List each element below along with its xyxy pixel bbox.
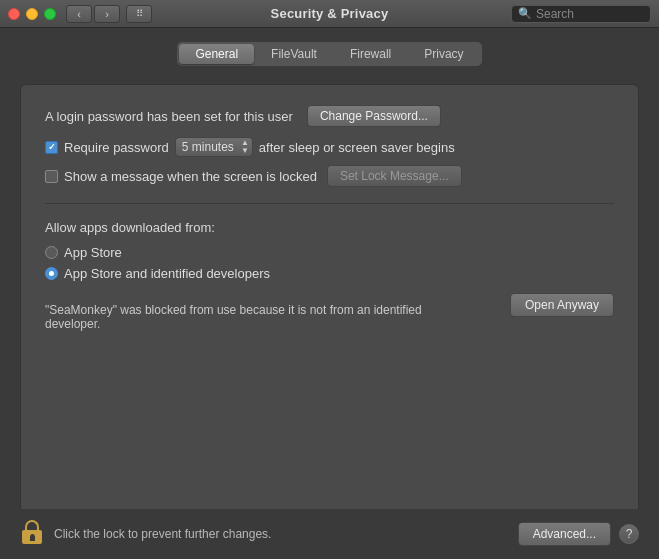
tabs-container: General FileVault Firewall Privacy bbox=[20, 42, 639, 66]
main-content: General FileVault Firewall Privacy A log… bbox=[0, 28, 659, 524]
minimize-button[interactable] bbox=[26, 8, 38, 20]
lock-icon[interactable] bbox=[20, 520, 44, 548]
dropdown-value: 5 minutes bbox=[182, 140, 234, 154]
traffic-lights bbox=[8, 8, 56, 20]
blocked-message: "SeaMonkey" was blocked from use because… bbox=[45, 303, 465, 331]
search-icon: 🔍 bbox=[518, 7, 532, 20]
tab-firewall[interactable]: Firewall bbox=[334, 44, 407, 64]
grid-button[interactable]: ⠿ bbox=[126, 5, 152, 23]
search-bar[interactable]: 🔍 Search bbox=[511, 5, 651, 23]
titlebar: ‹ › ⠿ Security & Privacy 🔍 Search bbox=[0, 0, 659, 28]
require-password-dropdown[interactable]: 5 minutes ▲▼ bbox=[175, 137, 253, 157]
radio-app-store[interactable] bbox=[45, 246, 58, 259]
search-placeholder-text: Search bbox=[536, 7, 574, 21]
back-button[interactable]: ‹ bbox=[66, 5, 92, 23]
bottom-bar: Click the lock to prevent further change… bbox=[0, 509, 659, 559]
forward-button[interactable]: › bbox=[94, 5, 120, 23]
lock-shackle bbox=[25, 520, 39, 530]
show-message-label: Show a message when the screen is locked bbox=[64, 169, 317, 184]
settings-panel: A login password has been set for this u… bbox=[20, 84, 639, 514]
radio-app-store-identified-row: App Store and identified developers bbox=[45, 266, 614, 281]
nav-buttons: ‹ › bbox=[66, 5, 120, 23]
tabs: General FileVault Firewall Privacy bbox=[177, 42, 481, 66]
tab-privacy[interactable]: Privacy bbox=[408, 44, 479, 64]
tab-filevault[interactable]: FileVault bbox=[255, 44, 333, 64]
require-password-checkbox[interactable] bbox=[45, 141, 58, 154]
require-password-label: Require password bbox=[64, 140, 169, 155]
radio-app-store-row: App Store bbox=[45, 245, 614, 260]
require-password-suffix: after sleep or screen saver begins bbox=[259, 140, 455, 155]
maximize-button[interactable] bbox=[44, 8, 56, 20]
login-password-label: A login password has been set for this u… bbox=[45, 109, 293, 124]
divider bbox=[45, 203, 614, 204]
allow-apps-label: Allow apps downloaded from: bbox=[45, 220, 614, 235]
open-anyway-button[interactable]: Open Anyway bbox=[510, 293, 614, 317]
change-password-button[interactable]: Change Password... bbox=[307, 105, 441, 127]
lock-keyhole bbox=[30, 534, 35, 541]
login-password-row: A login password has been set for this u… bbox=[45, 105, 614, 127]
dropdown-arrows: ▲▼ bbox=[241, 139, 249, 155]
require-password-row: Require password 5 minutes ▲▼ after slee… bbox=[45, 137, 614, 157]
radio-app-store-label: App Store bbox=[64, 245, 122, 260]
radio-app-store-identified-label: App Store and identified developers bbox=[64, 266, 270, 281]
bottom-right-buttons: Advanced... ? bbox=[518, 522, 639, 546]
set-lock-message-button[interactable]: Set Lock Message... bbox=[327, 165, 462, 187]
radio-app-store-identified[interactable] bbox=[45, 267, 58, 280]
advanced-button[interactable]: Advanced... bbox=[518, 522, 611, 546]
close-button[interactable] bbox=[8, 8, 20, 20]
lock-body bbox=[22, 530, 42, 544]
help-button[interactable]: ? bbox=[619, 524, 639, 544]
show-message-row: Show a message when the screen is locked… bbox=[45, 165, 614, 187]
window-title: Security & Privacy bbox=[271, 6, 389, 21]
tab-general[interactable]: General bbox=[179, 44, 254, 64]
blocked-row: "SeaMonkey" was blocked from use because… bbox=[45, 293, 614, 331]
lock-text: Click the lock to prevent further change… bbox=[54, 527, 271, 541]
show-message-checkbox[interactable] bbox=[45, 170, 58, 183]
